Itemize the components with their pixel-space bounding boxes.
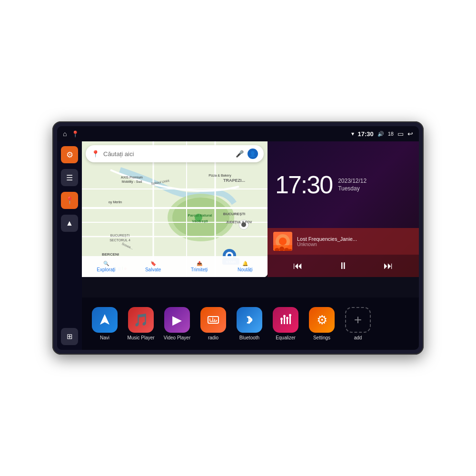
home-icon[interactable]: ⌂ (63, 130, 67, 138)
music-artist: Unknown (297, 242, 413, 247)
sidebar-item-grid[interactable]: ⊞ (61, 328, 78, 345)
sidebar-item-navigation[interactable]: ▲ (61, 215, 78, 232)
settings-icon: ⚙ (66, 150, 73, 160)
device-screen: ⌂ 📍 ▾ 17:30 🔊 18 ▭ ↩ (57, 126, 419, 350)
svg-point-40 (279, 238, 287, 245)
svg-text:JUDEȚUL ILFOV: JUDEȚUL ILFOV (226, 220, 252, 224)
right-panel: 17:30 2023/12/12 Tuesday (268, 141, 419, 277)
news-icon: 🔔 (242, 261, 248, 266)
svg-text:TRAPEZI...: TRAPEZI... (223, 178, 245, 183)
clock-status: 17:30 (358, 130, 374, 138)
app-add[interactable]: + add (343, 307, 373, 340)
equalizer-icon (273, 307, 298, 333)
svg-text:Văcărești: Văcărești (192, 219, 208, 223)
files-icon: ☰ (66, 173, 73, 182)
svg-point-59 (280, 318, 283, 320)
svg-point-61 (286, 317, 288, 319)
map-news[interactable]: 🔔 Noutăți (238, 261, 253, 272)
map-widget[interactable]: STAR TRAPEZI... BUCUREȘTI JUDEȚUL ILFOV … (82, 141, 268, 277)
main-area: ⚙ ☰ 📍 ▲ ⊞ (57, 141, 419, 350)
app-equalizer[interactable]: Equalizer (270, 307, 301, 340)
navi-label: Navi (100, 335, 109, 340)
next-button[interactable]: ⏭ (378, 258, 399, 273)
music-player-icon: 🎵 (128, 307, 154, 333)
search-placeholder: Căutați aici (103, 150, 232, 158)
music-thumbnail (273, 232, 292, 251)
volume-icon: 🔊 (377, 131, 384, 137)
radio-icon (200, 307, 226, 333)
status-bar: ⌂ 📍 ▾ 17:30 🔊 18 ▭ ↩ (57, 126, 419, 141)
back-icon[interactable]: ↩ (407, 130, 413, 138)
map-send[interactable]: 📤 Trimiteți (191, 261, 208, 272)
app-video-player[interactable]: ▶ Video Player (162, 307, 192, 340)
map-search-bar[interactable]: 📍 Căutați aici 🎤 👤 (86, 145, 264, 162)
nav-arrow-icon: ▲ (66, 219, 73, 228)
add-icon: + (345, 307, 371, 333)
settings-icon-app: ⚙ (309, 307, 335, 333)
svg-rect-57 (287, 318, 288, 324)
svg-text:Parcul Natural: Parcul Natural (188, 213, 212, 218)
sidebar-item-files[interactable]: ☰ (61, 169, 78, 186)
status-bar-right: ▾ 17:30 🔊 18 ▭ ↩ (351, 130, 414, 138)
app-bluetooth[interactable]: Bluetooth (234, 307, 265, 340)
app-navi[interactable]: Navi (89, 307, 120, 340)
sidebar-item-settings[interactable]: ⚙ (61, 146, 78, 163)
video-player-icon: ▶ (164, 307, 190, 333)
map-bottom-nav: 🔍 Explorați 🔖 Salvate 📤 Trimiteți � (82, 256, 268, 277)
sidebar-item-map[interactable]: 📍 (61, 192, 78, 209)
map-saved[interactable]: 🔖 Salvate (145, 261, 161, 272)
music-bar: Lost Frequencies_Janie... Unknown (268, 228, 419, 255)
mic-icon[interactable]: 🎤 (236, 150, 244, 158)
pause-button[interactable]: ⏸ (333, 258, 354, 273)
svg-text:AXIS Premium: AXIS Premium (121, 176, 143, 179)
app-music-player[interactable]: 🎵 Music Player (126, 307, 156, 340)
music-title: Lost Frequencies_Janie... (297, 236, 413, 242)
google-maps-icon: 📍 (91, 150, 99, 158)
clock-area: 17:30 2023/12/12 Tuesday (268, 141, 419, 228)
account-icon[interactable]: 👤 (248, 149, 258, 159)
explore-label: Explorați (97, 267, 115, 272)
svg-rect-58 (289, 316, 291, 324)
news-label: Noutăți (238, 267, 253, 272)
navi-icon (92, 307, 118, 333)
music-player-label: Music Player (127, 335, 154, 340)
svg-point-62 (289, 314, 291, 317)
music-info: Lost Frequencies_Janie... Unknown (297, 236, 413, 247)
svg-text:SECTORUL 4: SECTORUL 4 (109, 238, 130, 242)
prev-button[interactable]: ⏮ (288, 258, 308, 273)
svg-text:BUCUREȘTI: BUCUREȘTI (110, 234, 130, 238)
svg-text:Mobility - Sud: Mobility - Sud (122, 180, 142, 184)
music-controls: ⏮ ⏸ ⏭ (268, 255, 419, 277)
app-settings[interactable]: ⚙ Settings (307, 307, 337, 340)
svg-rect-55 (284, 317, 285, 324)
svg-text:BUCUREȘTI: BUCUREȘTI (223, 212, 246, 216)
saved-label: Salvate (145, 267, 161, 272)
settings-label: Settings (313, 335, 330, 340)
battery-icon: ▭ (397, 130, 404, 138)
app-grid: Navi 🎵 Music Player ▶ Video Player (82, 298, 419, 350)
send-icon: 📤 (197, 261, 202, 266)
clock-date: 2023/12/12 Tuesday (338, 178, 367, 192)
map-icon[interactable]: 📍 (71, 130, 79, 138)
send-label: Trimiteți (191, 267, 208, 272)
app-radio[interactable]: radio (198, 307, 228, 340)
status-bar-left: ⌂ 📍 (63, 130, 79, 138)
equalizer-label: Equalizer (276, 335, 296, 340)
radio-label: radio (208, 335, 218, 340)
clock-time: 17:30 (275, 172, 332, 197)
left-sidebar: ⚙ ☰ 📍 ▲ ⊞ (57, 141, 82, 350)
svg-text:oy Merlin: oy Merlin (109, 200, 122, 204)
svg-marker-46 (100, 314, 109, 325)
day-value: Tuesday (338, 185, 367, 192)
car-head-unit: ⌂ 📍 ▾ 17:30 🔊 18 ▭ ↩ (52, 121, 424, 355)
album-art (273, 232, 292, 251)
grid-icon: ⊞ (67, 332, 73, 341)
map-explore[interactable]: 🔍 Explorați (97, 261, 115, 272)
bluetooth-label: Bluetooth (239, 335, 259, 340)
bluetooth-icon-app (237, 307, 262, 333)
add-label: add (354, 335, 362, 340)
map-pin-icon: 📍 (65, 196, 74, 205)
center-area: STAR TRAPEZI... BUCUREȘTI JUDEȚUL ILFOV … (82, 141, 419, 350)
battery-level: 18 (388, 131, 394, 137)
svg-point-60 (283, 315, 286, 317)
